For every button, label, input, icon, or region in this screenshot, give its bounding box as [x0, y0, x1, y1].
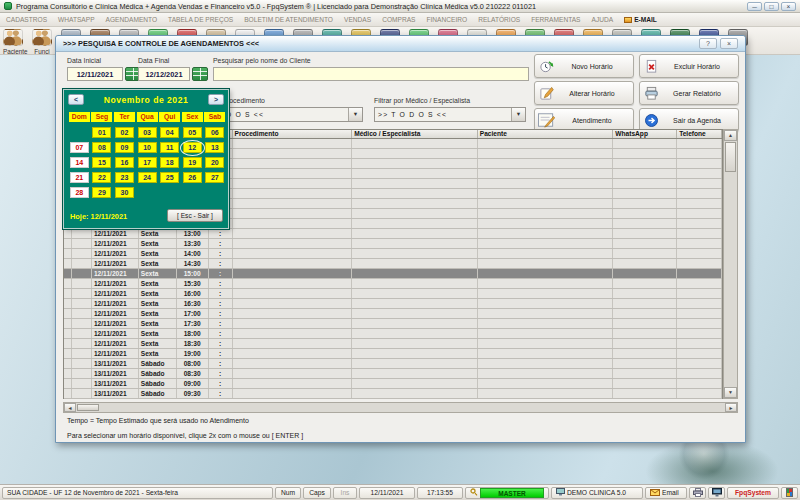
calendar-day-26[interactable]: 26 — [183, 172, 202, 183]
start-date-field[interactable] — [67, 67, 123, 81]
status-printer-button[interactable] — [689, 487, 706, 499]
calendar-day-07[interactable]: 07 — [70, 142, 89, 153]
status-app-button[interactable] — [781, 487, 798, 499]
table-row[interactable]: 12/11/2021Sexta16:30: — [64, 299, 722, 309]
delete-schedule-button[interactable]: Excluir Horário — [639, 54, 739, 78]
calendar-day-04[interactable]: 04 — [160, 127, 179, 138]
calendar-day-15[interactable]: 15 — [92, 157, 111, 168]
menu-item-ajuda[interactable]: AJUDA — [592, 16, 614, 23]
scrollbar-thumb[interactable] — [77, 404, 99, 411]
new-schedule-button[interactable]: Novo Horário — [534, 54, 634, 78]
calendar-day-14[interactable]: 14 — [70, 157, 89, 168]
calendar-day-11[interactable]: 11 — [160, 142, 179, 153]
help-button[interactable]: ? — [699, 38, 717, 49]
chevron-down-icon[interactable]: ▼ — [511, 108, 525, 121]
calendar-day-03[interactable]: 03 — [138, 127, 157, 138]
status-email-button[interactable]: Email — [645, 487, 687, 499]
menu-item-vendas[interactable]: VENDAS — [344, 16, 371, 23]
calendar-day-30[interactable]: 30 — [115, 187, 134, 198]
menu-item-e-mail[interactable]: E-MAIL — [624, 16, 657, 23]
scroll-right-icon[interactable]: ► — [725, 403, 737, 412]
table-row[interactable]: 13/11/2021Sábado09:00: — [64, 379, 722, 389]
calendar-day-05[interactable]: 05 — [183, 127, 202, 138]
minimize-icon[interactable]: ─ — [747, 2, 762, 11]
column-header-paciente[interactable]: Paciente — [478, 130, 614, 138]
status-network-button[interactable] — [708, 487, 725, 499]
menu-item-compras[interactable]: COMPRAS — [382, 16, 415, 23]
calendar-day-24[interactable]: 24 — [138, 172, 157, 183]
table-row[interactable]: 12/11/2021Sexta18:30: — [64, 339, 722, 349]
table-row[interactable]: 12/11/2021Sexta19:00: — [64, 349, 722, 359]
calendar-day-16[interactable]: 16 — [115, 157, 134, 168]
calendar-day-20[interactable]: 20 — [205, 157, 224, 168]
cell — [352, 309, 478, 318]
calendar-day-27[interactable]: 27 — [205, 172, 224, 183]
table-row[interactable]: 12/11/2021Sexta16:00: — [64, 289, 722, 299]
close-icon[interactable]: × — [781, 2, 796, 11]
horizontal-scrollbar[interactable]: ◄ ► — [63, 402, 738, 413]
calendar-day-21[interactable]: 21 — [70, 172, 89, 183]
table-row[interactable]: 12/11/2021Sexta14:30: — [64, 259, 722, 269]
cell: : — [209, 239, 233, 248]
calendar-day-28[interactable]: 28 — [70, 187, 89, 198]
calendar-esc-button[interactable]: [ Esc - Sair ] — [167, 209, 223, 222]
calendar-day-22[interactable]: 22 — [92, 172, 111, 183]
column-header-whatsapp[interactable]: WhatsApp — [613, 130, 677, 138]
doctor-filter-select[interactable]: >> T O D O S << ▼ — [374, 107, 526, 122]
table-row[interactable]: 12/11/2021Sexta15:30: — [64, 279, 722, 289]
table-row[interactable]: 13/11/2021Sábado09:30: — [64, 389, 722, 399]
end-date-field[interactable] — [138, 67, 190, 81]
end-date-calendar-button[interactable] — [192, 67, 208, 81]
scrollbar-thumb[interactable] — [725, 142, 736, 172]
window-close-button[interactable]: × — [720, 38, 738, 49]
table-row[interactable]: 12/11/2021Sexta18:00: — [64, 329, 722, 339]
column-header-m-dico-especialista[interactable]: Médico / Especialista — [352, 130, 478, 138]
calendar-day-25[interactable]: 25 — [160, 172, 179, 183]
calendar-prev-button[interactable]: < — [68, 94, 84, 105]
table-row[interactable]: 12/11/2021Sexta15:00: — [64, 269, 722, 279]
menu-item-whatsapp[interactable]: WHATSAPP — [58, 16, 95, 23]
menu-item-relat-rios[interactable]: RELATÓRIOS — [478, 16, 520, 23]
table-row[interactable]: 13/11/2021Sábado08:00: — [64, 359, 722, 369]
client-search-input[interactable] — [213, 67, 529, 81]
calendar-day-23[interactable]: 23 — [115, 172, 134, 183]
table-row[interactable]: 13/11/2021Sábado08:30: — [64, 369, 722, 379]
maximize-icon[interactable]: □ — [764, 2, 779, 11]
calendar-day-18[interactable]: 18 — [160, 157, 179, 168]
calendar-day-29[interactable]: 29 — [92, 187, 111, 198]
calendar-day-12[interactable]: 12 — [183, 142, 202, 153]
menu-item-ferramentas[interactable]: FERRAMENTAS — [531, 16, 580, 23]
calendar-day-09[interactable]: 09 — [115, 142, 134, 153]
scroll-down-icon[interactable]: ▼ — [724, 387, 737, 398]
table-row[interactable]: 12/11/2021Sexta14:00: — [64, 249, 722, 259]
calendar-day-10[interactable]: 10 — [138, 142, 157, 153]
calendar-day-13[interactable]: 13 — [205, 142, 224, 153]
menu-item-agendamento[interactable]: AGENDAMENTO — [106, 16, 158, 23]
calendar-day-19[interactable]: 19 — [183, 157, 202, 168]
menu-item-tabela-de-pre-os[interactable]: TABELA DE PREÇOS — [168, 16, 233, 23]
generate-report-button[interactable]: Gerar Relatório — [639, 81, 739, 105]
column-header-telefone[interactable]: Telefone — [677, 130, 722, 138]
chevron-down-icon[interactable]: ▼ — [348, 108, 362, 121]
scroll-left-icon[interactable]: ◄ — [64, 403, 76, 412]
calendar-next-button[interactable]: > — [208, 94, 224, 105]
calendar-day-01[interactable]: 01 — [92, 127, 111, 138]
menu-item-boletim-de-atendimento[interactable]: BOLETIM DE ATENDIMENTO — [244, 16, 333, 23]
calendar-day-02[interactable]: 02 — [115, 127, 134, 138]
table-row[interactable]: 12/11/2021Sexta17:30: — [64, 319, 722, 329]
scroll-up-icon[interactable]: ▲ — [724, 130, 737, 141]
vertical-scrollbar[interactable]: ▲ ▼ — [723, 129, 738, 399]
calendar-day-17[interactable]: 17 — [138, 157, 157, 168]
menu-item-financeiro[interactable]: FINANCEIRO — [426, 16, 467, 23]
table-row[interactable]: 12/11/2021Sexta17:00: — [64, 309, 722, 319]
table-row[interactable]: 12/11/2021Sexta13:00: — [64, 229, 722, 239]
edit-schedule-button[interactable]: Alterar Horário — [534, 81, 634, 105]
toolbar-icon-1[interactable] — [3, 29, 23, 46]
menu-item-cadastros[interactable]: CADASTROS — [6, 16, 47, 23]
toolbar-icon-2[interactable] — [32, 29, 52, 46]
calendar-day-06[interactable]: 06 — [205, 127, 224, 138]
calendar-day-08[interactable]: 08 — [92, 142, 111, 153]
cell — [233, 159, 353, 168]
column-header-procedimento[interactable]: Procedimento — [233, 130, 353, 138]
table-row[interactable]: 12/11/2021Sexta13:30: — [64, 239, 722, 249]
